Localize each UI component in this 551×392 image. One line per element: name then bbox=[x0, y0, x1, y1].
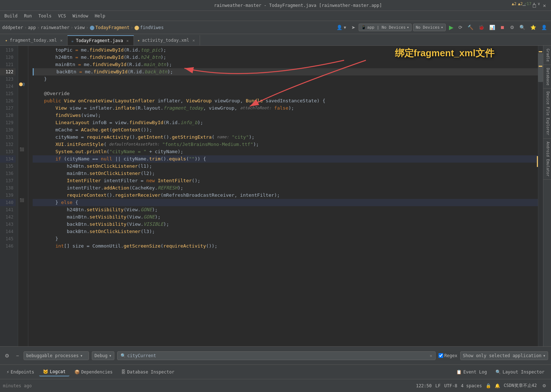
scroll-thumb[interactable] bbox=[538, 53, 543, 82]
app-device-selector[interactable]: 📱 app | No Devices ▾ bbox=[359, 24, 412, 31]
process-dropdown-arrow: ▾ bbox=[80, 353, 83, 358]
line-numbers: 119 120 121 122 123 124 125 126 127 128 … bbox=[0, 46, 18, 346]
build-button[interactable]: 🔨 bbox=[466, 24, 475, 31]
tab-close-3[interactable]: ✕ bbox=[191, 38, 196, 43]
tab-endpoints[interactable]: ⚡ Endpoints bbox=[3, 368, 38, 376]
collapse-button[interactable]: ∧ ∨ bbox=[533, 1, 540, 6]
code-editor[interactable]: topPic = me.findViewById(R.id.top_pic); … bbox=[28, 46, 538, 346]
cursor-position: 122:50 bbox=[416, 383, 432, 388]
line-127: 127 bbox=[0, 105, 16, 112]
code-line-129: LinearLayout infoB = view.findViewById(R… bbox=[33, 119, 538, 126]
breadcrumb-rainweather[interactable]: rainweather bbox=[41, 25, 69, 30]
arrow-button[interactable]: ➤ bbox=[350, 24, 357, 31]
marker-126: @ bbox=[23, 82, 25, 86]
layout-inspector-label: Layout Inspector bbox=[502, 369, 544, 375]
warning-count-1: ▲2 bbox=[512, 1, 517, 6]
sidebar-database[interactable]: Database bbox=[543, 65, 551, 89]
right-sidebar: Gradle Database Device File Explorer And… bbox=[543, 46, 551, 346]
regex-checkbox[interactable] bbox=[438, 353, 443, 358]
code-line-140: } else { bbox=[33, 199, 538, 206]
menu-help[interactable]: Help bbox=[92, 12, 108, 20]
regex-toggle[interactable]: Regex bbox=[438, 353, 457, 358]
show-only-dropdown[interactable]: Show only selected application ▾ bbox=[460, 351, 548, 360]
search-icon: 🔍 bbox=[121, 353, 126, 358]
line-137: 137 bbox=[0, 177, 16, 184]
breadcrumb-app[interactable]: app bbox=[28, 25, 36, 30]
line-130: 130 bbox=[0, 126, 16, 134]
tab-database-inspector[interactable]: 🗄 Database Inspector bbox=[118, 368, 178, 376]
title-bar: rainweather-master - TodayFragment.java … bbox=[0, 0, 551, 11]
search-field[interactable]: 🔍 ✕ bbox=[117, 351, 436, 360]
debug-button[interactable]: 🐞 bbox=[477, 24, 486, 31]
line-146: 146 bbox=[0, 242, 16, 250]
tab-fragment-xml[interactable]: ✦ fragment_today.xml ✕ bbox=[1, 35, 68, 45]
error-indicators: ▲2 ▲2 ✓17 ∧ ∨ bbox=[512, 1, 540, 6]
line-135: 135 bbox=[0, 163, 16, 170]
line-138: 138 bbox=[0, 184, 16, 192]
title-text: rainweather-master - TodayFragment.java … bbox=[75, 3, 521, 8]
breadcrumb-dddpeter[interactable]: dddpeter bbox=[2, 25, 23, 30]
tab-layout-inspector[interactable]: 🔍 Layout Inspector bbox=[492, 368, 548, 376]
settings-status-button[interactable]: ⚙ bbox=[540, 382, 548, 389]
sync-button[interactable]: ⟳ bbox=[457, 24, 464, 31]
line-131: 131 bbox=[0, 134, 16, 141]
line-ending: LF bbox=[435, 383, 440, 388]
line-145: 145 bbox=[0, 235, 16, 242]
search-clear-button[interactable]: ✕ bbox=[430, 353, 432, 358]
code-line-137: IntentFilter intentFilter = new IntentFi… bbox=[33, 177, 538, 184]
device-selector[interactable]: No Devices ▾ bbox=[413, 24, 446, 31]
status-left: minutes ago bbox=[3, 383, 32, 388]
sidebar-gradle[interactable]: Gradle bbox=[543, 46, 551, 65]
code-line-127: View view = inflater.inflate(R.layout.fr… bbox=[33, 105, 538, 112]
profiler-button[interactable]: 📊 bbox=[487, 24, 497, 31]
code-line-134: if (cityName == null || cityName.trim().… bbox=[33, 155, 538, 163]
event-button[interactable]: ⭐ bbox=[528, 24, 538, 31]
android-icon: 📱 bbox=[361, 25, 366, 30]
tab-today-fragment[interactable]: ☕ TodayFragment.java ✕ bbox=[68, 35, 134, 45]
scroll-bar[interactable] bbox=[538, 46, 543, 346]
code-line-135: h24Btn.setOnClickListener(l1); bbox=[33, 163, 538, 170]
tab-event-log[interactable]: 📋 Event Log bbox=[453, 368, 490, 376]
code-line-121: mainBtn = me.findViewById(R.id.main_btn)… bbox=[33, 61, 538, 68]
run-button[interactable]: ▶ bbox=[447, 23, 455, 32]
breadcrumb: dddpeter › app › rainweather › view › ⬤ … bbox=[2, 25, 164, 30]
debug-settings-button[interactable]: ⚙ bbox=[3, 352, 11, 360]
sidebar-device-file[interactable]: Device File Explorer bbox=[543, 89, 551, 138]
tab-activity-xml[interactable]: ✦ activity_today.xml ✕ bbox=[134, 35, 200, 45]
line-142: 142 bbox=[0, 213, 16, 221]
stop-button[interactable]: ⏹ bbox=[498, 24, 507, 31]
breadcrumb-method[interactable]: findViwes bbox=[140, 25, 164, 30]
main-layout: 119 120 121 122 123 124 125 126 127 128 … bbox=[0, 46, 551, 346]
search-input[interactable] bbox=[127, 353, 428, 358]
debug-minus-button[interactable]: − bbox=[14, 352, 21, 360]
level-dropdown-arrow: ▾ bbox=[109, 353, 111, 358]
level-dropdown[interactable]: Debug ▾ bbox=[92, 351, 114, 360]
menu-tools[interactable]: Tools bbox=[36, 12, 54, 20]
code-line-146: int[] size = CommonUtil.getScreenSize(re… bbox=[33, 242, 538, 250]
line-140: 140 bbox=[0, 199, 16, 206]
close-button[interactable]: ✕ bbox=[541, 3, 548, 8]
breadcrumb-view[interactable]: view bbox=[74, 25, 85, 30]
settings-button[interactable]: ⚙ bbox=[508, 24, 516, 31]
tab-logcat[interactable]: 🐱 Logcat bbox=[39, 368, 69, 376]
tab-close-1[interactable]: ✕ bbox=[59, 38, 64, 43]
device-dropdown-arrow: ▾ bbox=[441, 25, 443, 30]
menu-bar: Build Run Tools VCS Window Help bbox=[0, 11, 551, 21]
menu-vcs[interactable]: VCS bbox=[55, 12, 69, 20]
menu-run[interactable]: Run bbox=[21, 12, 35, 20]
sidebar-emulator[interactable]: Android Emulator bbox=[543, 139, 551, 180]
avatar-button[interactable]: 👤 bbox=[539, 24, 549, 31]
tab-close-2[interactable]: ✕ bbox=[125, 38, 130, 44]
search-button[interactable]: 🔍 bbox=[518, 24, 527, 31]
line-136: 136 bbox=[0, 170, 16, 177]
tab-dependencies[interactable]: 📦 Dependencies bbox=[71, 368, 117, 376]
breadcrumb-class[interactable]: TodayFragment bbox=[95, 25, 130, 30]
profile-button[interactable]: 👤 ▾ bbox=[335, 24, 348, 31]
menu-window[interactable]: Window bbox=[70, 12, 91, 20]
code-line-139: requireContext().registerReceiver(mRefre… bbox=[33, 192, 538, 199]
process-dropdown[interactable]: bebuggable processes ▾ bbox=[24, 351, 89, 360]
line-126: 126 bbox=[0, 97, 16, 105]
endpoints-icon: ⚡ bbox=[7, 369, 9, 375]
code-line-144: backBtn.setOnClickListener(l3); bbox=[33, 228, 538, 235]
menu-build[interactable]: Build bbox=[1, 12, 20, 20]
